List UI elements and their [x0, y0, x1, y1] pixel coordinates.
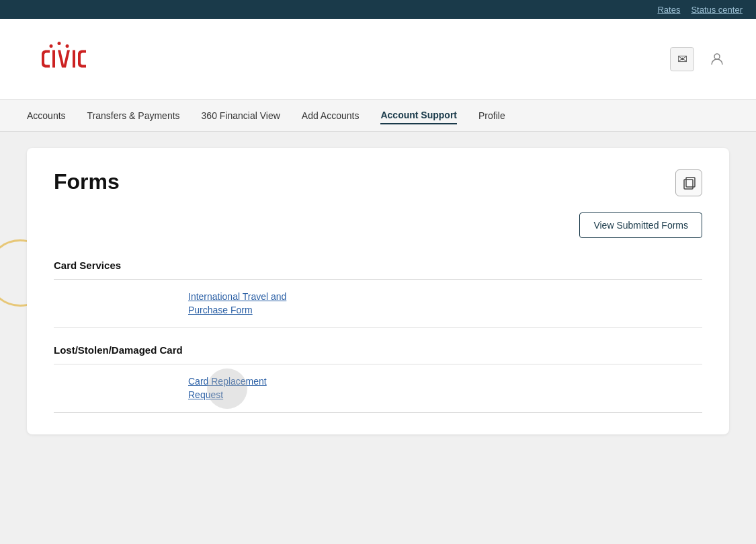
- nav-item-financial-view[interactable]: 360 Financial View: [202, 108, 280, 124]
- copy-icon: [681, 176, 696, 190]
- svg-point-6: [714, 54, 720, 59]
- svg-marker-4: [58, 50, 70, 67]
- lost-stolen-label: Lost/Stolen/Damaged Card: [54, 344, 702, 364]
- nav-item-account-support[interactable]: Account Support: [380, 107, 457, 124]
- nav-item-accounts[interactable]: Accounts: [27, 108, 66, 124]
- svg-rect-7: [684, 180, 693, 189]
- intl-travel-row: International Travel andPurchase Form: [54, 280, 702, 328]
- nav-item-profile[interactable]: Profile: [478, 108, 505, 124]
- card-services-label: Card Services: [54, 260, 702, 280]
- click-ripple: [207, 368, 247, 409]
- svg-rect-3: [52, 50, 55, 67]
- svg-rect-5: [73, 50, 75, 67]
- mail-icon: ✉: [677, 52, 687, 67]
- user-icon-btn[interactable]: [705, 47, 729, 71]
- user-icon: [709, 51, 725, 67]
- card-services-section: Card Services International Travel andPu…: [54, 260, 702, 328]
- forms-header: Forms: [54, 169, 702, 196]
- civic-logo: [27, 39, 108, 79]
- top-bar: Rates Status center: [0, 0, 756, 19]
- ripple-container: Card ReplacementRequest: [188, 375, 267, 401]
- nav-item-add-accounts[interactable]: Add Accounts: [302, 108, 360, 124]
- nav-item-transfers[interactable]: Transfers & Payments: [87, 108, 180, 124]
- mail-icon-btn[interactable]: ✉: [670, 47, 694, 71]
- svg-point-1: [58, 42, 61, 45]
- svg-rect-8: [686, 178, 695, 187]
- main-content: Forms View Submitted Forms Card Services…: [0, 132, 756, 451]
- rates-link[interactable]: Rates: [657, 5, 680, 15]
- main-nav: Accounts Transfers & Payments 360 Financ…: [0, 100, 756, 132]
- status-center-link[interactable]: Status center: [691, 5, 743, 15]
- header: ✉: [0, 19, 756, 100]
- svg-point-0: [50, 44, 53, 48]
- forms-title: Forms: [54, 169, 120, 194]
- copy-icon-button[interactable]: [675, 169, 702, 196]
- intl-travel-link[interactable]: International Travel andPurchase Form: [188, 290, 286, 317]
- lost-stolen-section: Lost/Stolen/Damaged Card Card Replacemen…: [54, 344, 702, 413]
- card-replacement-link[interactable]: Card ReplacementRequest: [188, 376, 267, 400]
- svg-point-2: [66, 44, 69, 48]
- header-icons: ✉: [670, 47, 729, 71]
- forms-card: Forms View Submitted Forms Card Services…: [27, 148, 729, 434]
- logo-container: [27, 39, 108, 79]
- view-submitted-forms-button[interactable]: View Submitted Forms: [579, 212, 702, 238]
- card-replacement-row: Card ReplacementRequest: [54, 364, 702, 413]
